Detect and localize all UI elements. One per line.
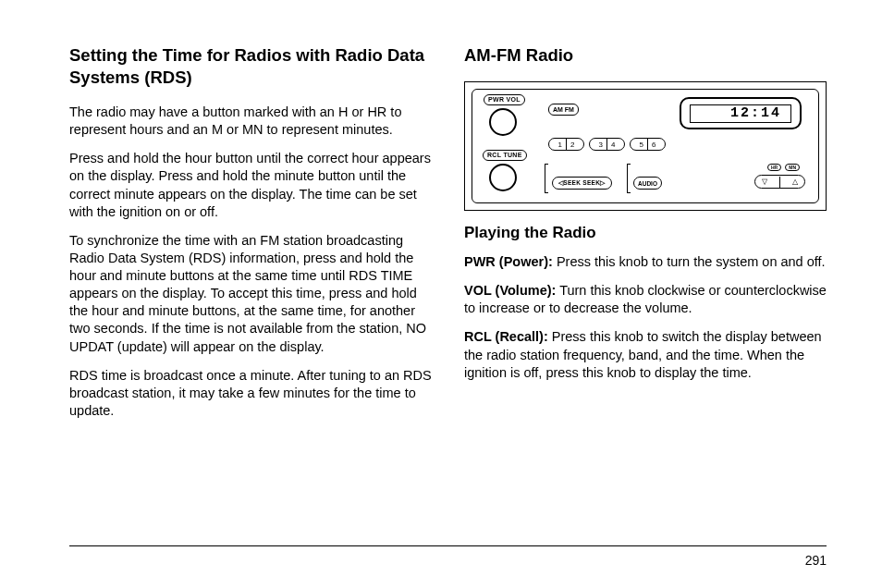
up-arrow-icon: △: [792, 178, 798, 186]
audio-button: AUDIO: [633, 177, 662, 190]
left-column: Setting the Time for Radios with Radio D…: [69, 44, 432, 431]
preset-row: 12 34 56: [548, 138, 670, 151]
rds-para-3: To synchronize the time with an FM stati…: [69, 232, 432, 356]
rcl-tune-knob: [489, 164, 517, 191]
rds-heading: Setting the Time for Radios with Radio D…: [69, 44, 432, 89]
radio-display: 12:14: [680, 97, 802, 129]
display-time: 12:14: [690, 104, 791, 123]
footer-rule: [69, 545, 827, 546]
hr-button: HR: [767, 164, 781, 171]
rcl-definition: RCL (Recall): Press this knob to switch …: [464, 328, 827, 381]
rds-para-2: Press and hold the hour button until the…: [69, 150, 432, 221]
radio-panel: PWR VOL RCL TUNE AM FM 12:14 12 34 56 ◁S…: [472, 89, 819, 203]
mn-button: MN: [785, 164, 800, 171]
pwr-vol-label: PWR VOL: [484, 94, 525, 105]
seek-button: ◁SEEK SEEK▷: [552, 177, 612, 190]
pwr-definition: PWR (Power): Press this knob to turn the…: [464, 253, 827, 271]
rcl-tune-label: RCL TUNE: [483, 150, 527, 161]
page-number: 291: [805, 553, 827, 568]
up-down-button: ▽ △: [754, 175, 805, 189]
playing-heading: Playing the Radio: [464, 224, 827, 242]
amfm-heading: AM-FM Radio: [464, 44, 827, 67]
hr-mn-row: HR MN: [767, 164, 800, 171]
down-arrow-icon: ▽: [762, 178, 767, 186]
pwr-vol-knob: [489, 108, 517, 136]
radio-diagram: PWR VOL RCL TUNE AM FM 12:14 12 34 56 ◁S…: [464, 81, 827, 211]
right-column: AM-FM Radio PWR VOL RCL TUNE AM FM 12:14…: [464, 44, 827, 431]
rds-para-4: RDS time is broadcast once a minute. Aft…: [69, 367, 432, 420]
am-fm-button: AM FM: [548, 104, 579, 116]
rds-para-1: The radio may have a button marked with …: [69, 104, 432, 139]
vol-definition: VOL (Volume): Turn this knob clockwise o…: [464, 282, 827, 317]
